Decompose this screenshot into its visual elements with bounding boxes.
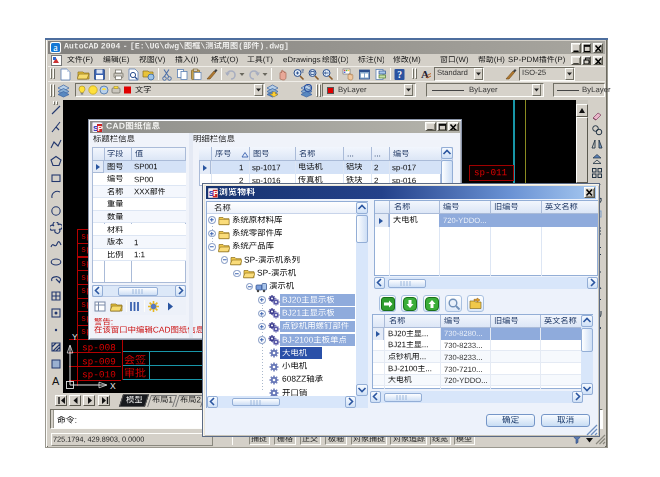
svg-text:P: P	[98, 123, 103, 132]
svg-text:Y: Y	[72, 332, 78, 342]
svg-text:P: P	[213, 189, 218, 198]
svg-text:a: a	[53, 42, 58, 53]
svg-text:A: A	[421, 68, 429, 80]
svg-text:A: A	[52, 375, 60, 387]
svg-text:X: X	[110, 381, 116, 391]
svg-text:?: ?	[397, 70, 402, 80]
